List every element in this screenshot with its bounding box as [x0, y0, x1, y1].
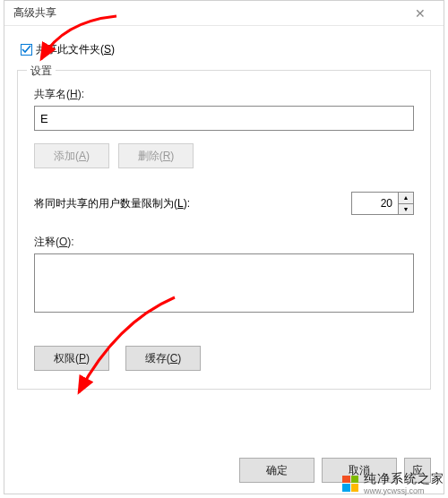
advanced-sharing-dialog: 高级共享 ✕ 共享此文件夹(S) 设置 共享名(H): 添加(A) [4, 0, 444, 494]
close-icon: ✕ [415, 6, 426, 21]
user-limit-spinner[interactable]: ▲ ▼ [351, 192, 414, 215]
user-limit-label: 将同时共享的用户数量限制为(L): [34, 196, 190, 211]
spinner-buttons: ▲ ▼ [398, 192, 414, 215]
titlebar: 高级共享 ✕ [4, 1, 444, 26]
watermark-text: 纯净系统之家 [364, 471, 444, 485]
comment-label: 注释(O): [34, 235, 414, 250]
share-name-input[interactable] [34, 106, 414, 131]
user-limit-input[interactable] [351, 192, 398, 215]
add-button: 添加(A) [34, 143, 109, 168]
settings-group: 设置 共享名(H): 添加(A) 删除(R) 将同时共享的用户数量限制为(L): [17, 70, 431, 390]
watermark-url: www.ycwssj.com [364, 487, 444, 495]
window-title: 高级共享 [13, 5, 56, 21]
watermark: 纯净系统之家 www.ycwssj.com [342, 471, 444, 495]
dialog-body: 共享此文件夹(S) 设置 共享名(H): 添加(A) 删除(R) 将同时共享的用… [4, 26, 444, 400]
spinner-down-button[interactable]: ▼ [399, 203, 413, 215]
close-button[interactable]: ✕ [402, 2, 438, 25]
cache-button[interactable]: 缓存(C) [125, 346, 201, 371]
comment-textarea[interactable] [34, 253, 414, 313]
checkbox-icon [21, 44, 32, 56]
permissions-button[interactable]: 权限(P) [34, 346, 109, 371]
share-name-label: 共享名(H): [34, 87, 414, 102]
share-folder-label: 共享此文件夹(S) [36, 42, 115, 57]
spinner-up-button[interactable]: ▲ [399, 193, 413, 203]
ok-button[interactable]: 确定 [239, 458, 314, 483]
settings-legend: 设置 [27, 64, 56, 79]
watermark-logo-icon [342, 476, 358, 492]
share-folder-checkbox[interactable]: 共享此文件夹(S) [21, 42, 431, 57]
remove-button: 删除(R) [118, 143, 194, 168]
